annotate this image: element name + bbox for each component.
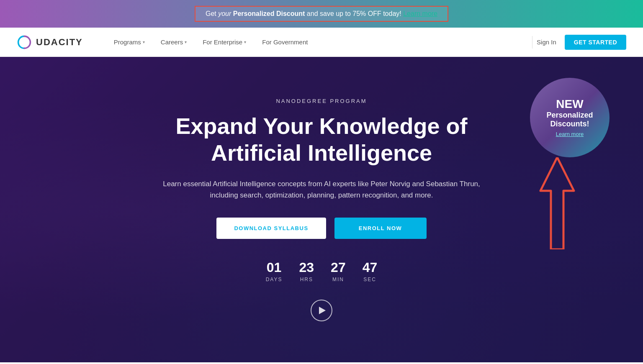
- chevron-down-icon: ▾: [185, 40, 187, 44]
- countdown-min: 27 MIN: [331, 260, 346, 283]
- bubble-new-text: NEW: [556, 98, 583, 111]
- nav-programs[interactable]: Programs ▾: [108, 35, 151, 49]
- countdown-hrs-value: 23: [299, 260, 314, 275]
- countdown-sec: 47 SEC: [363, 260, 378, 283]
- navbar: UDACITY Programs ▾ Careers ▾ For Enterpr…: [0, 28, 643, 57]
- countdown-min-label: MIN: [332, 277, 344, 282]
- sign-in-link[interactable]: Sign In: [537, 38, 556, 46]
- hero-content: NANODEGREE PROGRAM Expand Your Knowledge…: [133, 98, 510, 322]
- countdown-timer: 01 DAYS 23 HRS 27 MIN 47 SEC: [150, 260, 493, 283]
- countdown-sec-label: SEC: [363, 277, 376, 282]
- arrow-up-icon: [536, 157, 578, 249]
- play-button[interactable]: [311, 300, 332, 321]
- chevron-down-icon: ▾: [244, 40, 246, 44]
- nav-government-label: For Government: [262, 38, 308, 46]
- nav-right: Sign In GET STARTED: [537, 35, 626, 50]
- countdown-days: 01 DAYS: [266, 260, 283, 283]
- bubble-personalized-text: Personalized: [546, 111, 593, 120]
- hero-description: Learn essential Artificial Intelligence …: [158, 178, 485, 201]
- play-icon: [319, 307, 326, 314]
- countdown-sec-value: 47: [363, 260, 378, 275]
- hero-buttons: DOWNLOAD SYLLABUS ENROLL NOW: [150, 218, 493, 239]
- nav-careers[interactable]: Careers ▾: [155, 35, 193, 49]
- bubble-discounts-text: Discounts!: [550, 120, 589, 128]
- hero-title: Expand Your Knowledge of Artificial Inte…: [150, 113, 493, 167]
- nav-divider: [532, 36, 532, 49]
- get-started-button[interactable]: GET STARTED: [565, 35, 626, 50]
- nav-programs-label: Programs: [114, 38, 141, 46]
- chevron-down-icon: ▾: [143, 40, 145, 44]
- download-syllabus-button[interactable]: DOWNLOAD SYLLABUS: [216, 218, 326, 239]
- banner-inner: Get your Personalized Discount and save …: [195, 6, 448, 22]
- banner-text: Get your Personalized Discount and save …: [206, 10, 437, 17]
- nav-government[interactable]: For Government: [256, 35, 314, 49]
- svg-marker-0: [540, 157, 574, 249]
- bubble-learn-more-link[interactable]: Learn more: [556, 131, 584, 137]
- hero-section: NANODEGREE PROGRAM Expand Your Knowledge…: [0, 57, 643, 362]
- nav-links: Programs ▾ Careers ▾ For Enterprise ▾ Fo…: [108, 35, 528, 49]
- banner-learn-more-link[interactable]: Learn more: [403, 10, 437, 17]
- udacity-logo-icon: [17, 35, 32, 50]
- nav-careers-label: Careers: [161, 38, 183, 46]
- arrow-annotation: [536, 157, 578, 251]
- logo[interactable]: UDACITY: [17, 35, 83, 50]
- promo-banner: Get your Personalized Discount and save …: [0, 0, 643, 28]
- countdown-hrs: 23 HRS: [299, 260, 314, 283]
- countdown-days-label: DAYS: [266, 277, 283, 282]
- discount-bubble[interactable]: NEW Personalized Discounts! Learn more: [530, 78, 610, 157]
- countdown-days-value: 01: [266, 260, 283, 275]
- logo-text: UDACITY: [36, 37, 83, 48]
- enroll-now-button[interactable]: ENROLL NOW: [334, 218, 427, 239]
- countdown-hrs-label: HRS: [300, 277, 313, 282]
- nav-enterprise-label: For Enterprise: [203, 38, 242, 46]
- hero-subtitle: NANODEGREE PROGRAM: [150, 98, 493, 104]
- nav-enterprise[interactable]: For Enterprise ▾: [197, 35, 252, 49]
- countdown-min-value: 27: [331, 260, 346, 275]
